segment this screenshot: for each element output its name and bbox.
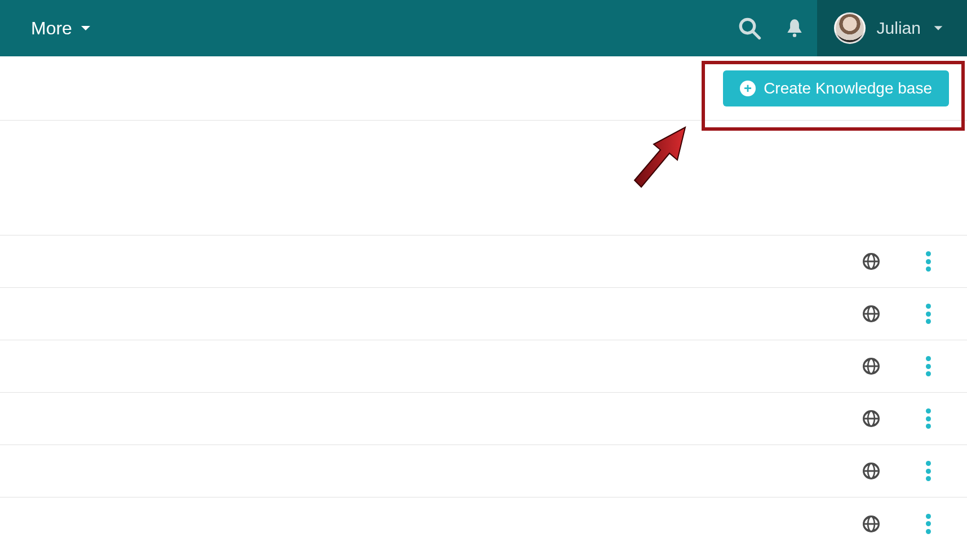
globe-icon: [861, 304, 881, 324]
row-actions-button[interactable]: [921, 514, 935, 534]
list-item[interactable]: [0, 445, 967, 497]
search-button[interactable]: [727, 0, 772, 56]
user-name: Julian: [877, 19, 921, 38]
more-menu-button[interactable]: More: [31, 18, 92, 39]
list: [0, 235, 967, 550]
globe-icon: [861, 356, 881, 376]
avatar: [834, 12, 866, 44]
list-item[interactable]: [0, 497, 967, 550]
header-right: Julian: [727, 0, 967, 56]
more-label: More: [31, 18, 72, 39]
app-header: More Julian: [0, 0, 967, 56]
list-item[interactable]: [0, 235, 967, 288]
globe-icon: [861, 251, 881, 272]
bell-icon: [784, 17, 805, 39]
row-actions-button[interactable]: [921, 461, 935, 481]
svg-point-2: [792, 34, 796, 37]
header-left: More: [0, 18, 92, 39]
chevron-down-icon: [932, 22, 944, 34]
content-spacer: [0, 121, 967, 235]
plus-circle-icon: +: [740, 81, 756, 96]
search-icon: [738, 16, 761, 40]
svg-line-1: [752, 31, 759, 38]
row-actions-button[interactable]: [921, 408, 935, 429]
user-menu-button[interactable]: Julian: [817, 0, 967, 56]
row-actions-button[interactable]: [921, 251, 935, 272]
globe-icon: [861, 514, 881, 534]
list-item[interactable]: [0, 288, 967, 340]
row-actions-button[interactable]: [921, 356, 935, 376]
toolbar: + Create Knowledge base: [0, 56, 967, 121]
globe-icon: [861, 461, 881, 481]
create-knowledge-base-button[interactable]: + Create Knowledge base: [723, 70, 949, 106]
chevron-down-icon: [79, 21, 92, 35]
row-actions-button[interactable]: [921, 304, 935, 324]
create-button-label: Create Knowledge base: [764, 79, 932, 97]
list-item[interactable]: [0, 340, 967, 393]
globe-icon: [861, 408, 881, 429]
list-item[interactable]: [0, 393, 967, 445]
notifications-button[interactable]: [772, 0, 817, 56]
